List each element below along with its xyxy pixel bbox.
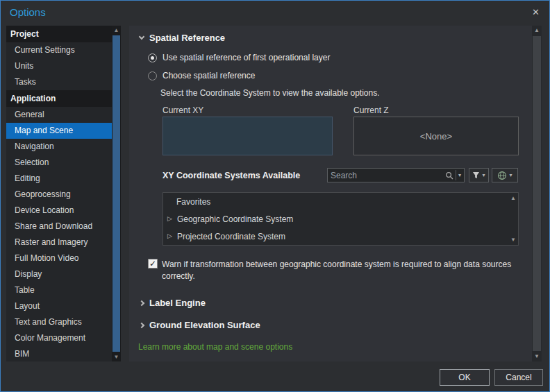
expand-triangle-icon[interactable]: ▷ — [167, 233, 172, 239]
sidebar-item-general[interactable]: General — [6, 107, 112, 123]
ground-elevation-section-header[interactable]: Ground Elevation Surface — [140, 320, 260, 330]
sidebar-item-color-management[interactable]: Color Management — [6, 330, 112, 346]
radio-unselected-icon[interactable] — [148, 71, 157, 80]
radio-use-first-layer-label: Use spatial reference of first operation… — [162, 53, 330, 62]
radio-selected-icon[interactable] — [148, 53, 157, 62]
title-bar: Options ✕ — [1, 1, 549, 24]
sidebar-item-navigation[interactable]: Navigation — [6, 139, 112, 155]
current-z-label: Current Z — [353, 105, 389, 115]
sidebar-item-device-location[interactable]: Device Location — [6, 203, 112, 219]
divider — [456, 170, 456, 180]
scroll-down-icon[interactable]: ▼ — [532, 352, 542, 361]
warn-checkbox[interactable]: ✓ — [148, 259, 158, 269]
learn-more-link[interactable]: Learn more about map and scene options — [138, 342, 292, 352]
list-item-label: Geographic Coordinate System — [177, 214, 293, 224]
globe-icon — [497, 171, 507, 180]
sidebar-item-full-motion-video[interactable]: Full Motion Video — [6, 250, 112, 266]
search-input[interactable] — [331, 171, 445, 180]
filter-button[interactable]: ▾ — [469, 168, 489, 182]
xy-systems-heading: XY Coordinate Systems Available — [162, 171, 300, 180]
current-z-box: <None> — [353, 117, 519, 155]
filter-funnel-icon — [472, 171, 480, 179]
scroll-down-icon[interactable]: ▼ — [112, 352, 121, 361]
dialog-title: Options — [10, 6, 46, 18]
chevron-right-icon — [139, 322, 144, 327]
main-scrollbar[interactable]: ▲ ▼ — [532, 26, 542, 361]
sidebar-item-display[interactable]: Display — [6, 266, 112, 282]
sidebar-item-table[interactable]: Table — [6, 282, 112, 298]
list-item-geographic[interactable]: ▷ Geographic Coordinate System — [163, 210, 518, 228]
options-sidebar: Project Current Settings Units Tasks App… — [6, 26, 112, 361]
filter-dropdown-icon: ▾ — [482, 173, 485, 178]
main-scrollbar-thumb[interactable] — [533, 36, 541, 351]
globe-button[interactable]: ▾ — [492, 168, 518, 182]
sidebar-item-current-settings[interactable]: Current Settings — [6, 42, 112, 58]
label-engine-section-header[interactable]: Label Engine — [140, 298, 206, 308]
chevron-right-icon — [139, 300, 144, 305]
expand-triangle-icon[interactable]: ▷ — [167, 216, 172, 222]
options-main-panel: Spatial Reference Use spatial reference … — [129, 26, 532, 361]
sidebar-item-editing[interactable]: Editing — [6, 171, 112, 187]
sidebar-item-bim[interactable]: BIM — [6, 346, 112, 361]
chevron-down-icon — [139, 34, 144, 40]
close-icon[interactable]: ✕ — [532, 7, 540, 17]
radio-choose-label: Choose spatial reference — [162, 71, 255, 80]
sidebar-item-layout[interactable]: Layout — [6, 298, 112, 314]
list-item-label: Favorites — [176, 197, 210, 207]
coordinate-system-hint: Select the Coordinate System to view the… — [160, 88, 380, 98]
scroll-down-icon[interactable]: ▼ — [510, 237, 516, 243]
search-dropdown-icon[interactable]: ▾ — [458, 173, 461, 178]
sidebar-section-application: Application — [6, 90, 112, 107]
sidebar-scrollbar-thumb[interactable] — [112, 35, 120, 352]
options-dialog: Options ✕ Project Current Settings Units… — [0, 0, 550, 392]
current-xy-label: Current XY — [162, 105, 203, 115]
sidebar-scrollbar[interactable]: ▲ ▼ — [112, 26, 121, 361]
label-engine-title: Label Engine — [149, 298, 206, 308]
warn-transformation-row: ✓ Warn if transformation between geograp… — [148, 259, 538, 283]
spatial-reference-section-header[interactable]: Spatial Reference — [140, 33, 225, 43]
sidebar-item-text-and-graphics[interactable]: Text and Graphics — [6, 314, 112, 330]
sidebar-item-map-and-scene[interactable]: Map and Scene — [6, 123, 112, 139]
list-item-favorites[interactable]: Favorites — [163, 193, 518, 210]
list-item-label: Projected Coordinate System — [177, 232, 285, 241]
sidebar-item-tasks[interactable]: Tasks — [6, 74, 112, 90]
scroll-up-icon[interactable]: ▲ — [112, 26, 121, 35]
current-xy-box — [162, 117, 333, 155]
radio-use-first-layer[interactable]: Use spatial reference of first operation… — [148, 53, 330, 62]
cancel-button[interactable]: Cancel — [494, 369, 543, 386]
search-box: ▾ — [327, 168, 465, 182]
radio-choose-spatial-reference[interactable]: Choose spatial reference — [148, 71, 255, 80]
sidebar-item-share-and-download[interactable]: Share and Download — [6, 219, 112, 235]
ground-elevation-title: Ground Elevation Surface — [149, 320, 260, 330]
scroll-up-icon[interactable]: ▲ — [532, 26, 542, 35]
globe-dropdown-icon: ▾ — [509, 173, 512, 178]
sidebar-item-units[interactable]: Units — [6, 58, 112, 74]
sidebar-item-raster-and-imagery[interactable]: Raster and Imagery — [6, 235, 112, 250]
list-item-projected[interactable]: ▷ Projected Coordinate System — [163, 228, 518, 245]
coordinate-system-list: Favorites ▷ Geographic Coordinate System… — [162, 192, 519, 246]
current-z-value: <None> — [420, 131, 452, 142]
sidebar-item-geoprocessing[interactable]: Geoprocessing — [6, 187, 112, 203]
scroll-up-icon[interactable]: ▲ — [510, 195, 516, 201]
ok-button[interactable]: OK — [440, 369, 490, 386]
sidebar-item-selection[interactable]: Selection — [6, 155, 112, 171]
sidebar-section-project: Project — [6, 26, 112, 42]
spatial-reference-title: Spatial Reference — [149, 33, 225, 43]
search-icon — [445, 171, 453, 180]
warn-checkbox-label: Warn if transformation between geographi… — [162, 259, 538, 283]
